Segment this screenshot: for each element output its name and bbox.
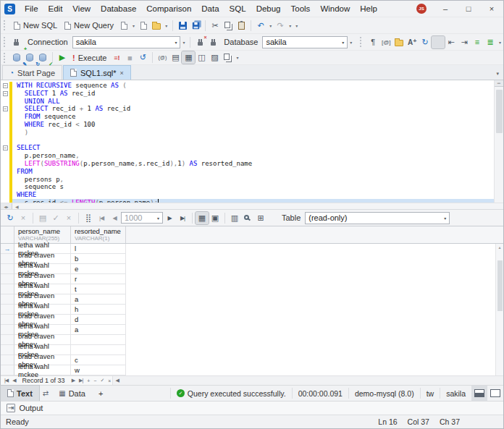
export-doc-button[interactable]: ▤ <box>169 51 182 64</box>
row-selector[interactable] <box>1 294 14 305</box>
row-selector[interactable] <box>1 355 14 365</box>
paste-button[interactable] <box>235 20 248 32</box>
swap-panes-button[interactable]: ⇄ <box>39 389 52 397</box>
toolbar-grip[interactable] <box>4 20 7 30</box>
connection-dropdown[interactable]: ▾ <box>180 40 187 45</box>
code-line[interactable]: ) <box>17 129 494 137</box>
row-selector[interactable] <box>1 365 14 375</box>
tab-sql-document[interactable]: SQL1.sql* × <box>63 65 131 80</box>
grid-cancel-button[interactable]: × <box>17 212 30 224</box>
scroll-left-icon[interactable]: ◀ <box>113 378 120 383</box>
code-line[interactable]: sequence s <box>17 183 494 191</box>
code-line[interactable]: LEFT(SUBSTRING(p.person_name,s.rec_id),1… <box>17 160 494 168</box>
connection-select[interactable]: sakila ▾ <box>72 36 181 48</box>
format-sql-button[interactable] <box>432 36 445 48</box>
reconnect-button[interactable]: × <box>206 36 219 48</box>
validate-button[interactable]: ✓ <box>36 51 49 64</box>
table-row[interactable]: brad craven abneya <box>1 294 503 305</box>
fold-marker[interactable]: − <box>1 82 9 90</box>
code-line[interactable]: SELECT 1 AS rec_id <box>17 90 494 98</box>
cell-resorted-name[interactable]: e <box>71 264 126 274</box>
scrollbar-thumb[interactable] <box>497 260 503 311</box>
table-row[interactable]: brad craven abneyc <box>1 355 503 365</box>
refresh-code-button[interactable]: ↻ <box>419 36 432 48</box>
code-line[interactable]: WHERE <box>17 191 494 199</box>
menu-file[interactable]: File <box>20 1 43 17</box>
execute-button[interactable]: ! Execute <box>69 53 110 63</box>
cell-resorted-name[interactable]: t <box>71 284 126 294</box>
save-button[interactable] <box>176 20 189 32</box>
database-select[interactable]: sakila ▾ <box>262 36 348 48</box>
table-row[interactable]: letha wahl mckeea <box>1 325 503 335</box>
execute-script-button[interactable]: ≡! <box>110 51 123 64</box>
code-line[interactable]: UNION ALL <box>17 98 494 106</box>
window-mode-button[interactable] <box>221 51 234 64</box>
table-row[interactable]: brad craven abneyr <box>1 274 503 284</box>
output-panel-tab[interactable]: ⇥ Output <box>1 401 503 415</box>
cell-resorted-name[interactable]: w <box>71 365 126 375</box>
grid-horizontal-scrollbar[interactable]: ◀ <box>112 376 503 385</box>
grid-export-button[interactable]: ▤ <box>36 212 49 224</box>
undo-dropdown[interactable]: ▾ <box>267 23 274 28</box>
comment-button[interactable]: ¶ <box>366 36 379 48</box>
record-add-button[interactable]: + <box>85 378 91 383</box>
row-selector[interactable] <box>1 254 14 264</box>
page-last-button[interactable]: ▶| <box>176 212 189 224</box>
grid-options-button[interactable]: ⊞ <box>254 212 267 224</box>
new-sql-button[interactable]: New SQL <box>10 20 61 30</box>
copy-button[interactable] <box>222 20 235 32</box>
menu-edit[interactable]: Edit <box>43 1 68 17</box>
minimize-button[interactable]: – <box>434 1 457 17</box>
add-result-tab-button[interactable]: + <box>92 386 109 401</box>
row-selector[interactable] <box>1 345 14 355</box>
uppercase-button[interactable]: A⁺ <box>406 36 419 48</box>
grid-vertical-scrollbar[interactable]: ▴ <box>495 244 503 375</box>
page-next-button[interactable]: ▶ <box>163 212 176 224</box>
code-line[interactable]: s.rec_id <= LENGTH(p.person_name); <box>12 199 494 203</box>
layout-button[interactable]: ◫ <box>195 51 208 64</box>
user-badge[interactable]: JS <box>416 4 427 14</box>
code-area[interactable]: WITH RECURSIVE sequence AS ( SELECT 1 AS… <box>12 80 494 203</box>
refresh-data-button[interactable]: ↻ <box>23 51 36 64</box>
code-line[interactable]: WITH RECURSIVE sequence AS ( <box>17 82 494 90</box>
block-indent-button[interactable]: ≣ <box>484 36 497 48</box>
cell-resorted-name[interactable]: r <box>71 274 126 284</box>
record-prev-button[interactable]: ◀ <box>10 378 17 383</box>
code-line[interactable]: SELECT <box>17 144 494 152</box>
indent-decrease-button[interactable]: ⇤ <box>445 36 458 48</box>
edit-data-button[interactable]: ✎ <box>10 51 23 64</box>
tab-text[interactable]: Text <box>1 386 39 401</box>
image-button[interactable]: ▨ <box>208 51 221 64</box>
table-row[interactable]: brad craven abney <box>1 335 503 345</box>
table-row[interactable]: letha wahl mckeew <box>1 365 503 375</box>
cell-resorted-name[interactable]: l <box>71 244 126 254</box>
open-file-button[interactable] <box>150 20 163 32</box>
new-connection-plug-button[interactable]: + <box>10 36 23 48</box>
grid-paste-button[interactable]: ⣿ <box>82 212 95 224</box>
page-size-select[interactable]: 1000 ▾ <box>121 212 163 224</box>
fold-marker[interactable]: − <box>1 90 9 98</box>
tab-list-dropdown[interactable]: ▾ <box>496 71 503 80</box>
menu-tools[interactable]: Tools <box>286 1 316 17</box>
sql-editor[interactable]: −−−− WITH RECURSIVE sequence AS ( SELECT… <box>1 80 503 203</box>
grid-search-button[interactable] <box>241 212 254 224</box>
page-first-button[interactable]: |◀ <box>95 212 108 224</box>
split-horizontal-button[interactable] <box>471 386 487 401</box>
table-row[interactable]: letha wahl mckeee <box>1 264 503 274</box>
record-next-button[interactable]: ▶ <box>70 378 77 383</box>
scroll-up-icon[interactable]: ▴ <box>496 244 503 252</box>
tab-close-icon[interactable]: × <box>120 69 124 77</box>
transpose-button[interactable]: ▥ <box>228 212 241 224</box>
new-document-dropdown[interactable]: ▾ <box>130 23 137 28</box>
code-line[interactable]: WHERE rec_id < 100 <box>17 121 494 129</box>
cell-person-name[interactable]: letha wahl mckee <box>14 365 71 375</box>
toolbar-grip[interactable] <box>4 37 7 47</box>
table-row[interactable]: brad craven abneyd <box>1 315 503 325</box>
code-line[interactable]: FROM sequence <box>17 113 494 121</box>
menu-sql[interactable]: SQL <box>224 1 251 17</box>
cut-button[interactable]: ✂ <box>209 20 222 32</box>
toolbar-grip[interactable] <box>4 53 7 63</box>
table-row[interactable]: letha wahl mckee <box>1 345 503 355</box>
cell-resorted-name[interactable]: a <box>71 325 126 335</box>
record-first-button[interactable]: |◀ <box>2 378 10 383</box>
